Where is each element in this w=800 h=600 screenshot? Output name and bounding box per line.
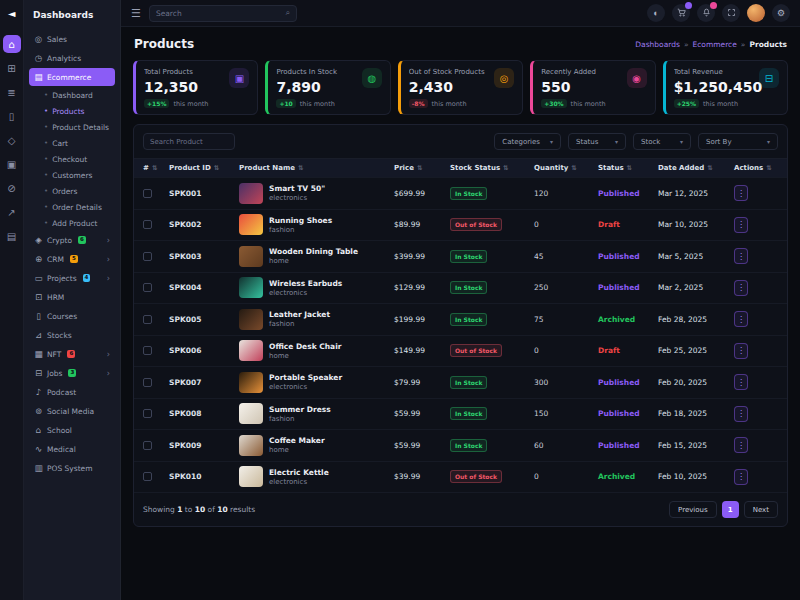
rail-widgets-icon[interactable]: ▣ [3, 155, 21, 173]
rail-home-icon[interactable]: ⌂ [3, 35, 21, 53]
product-category: fashion [269, 415, 331, 423]
sidebar-item-pos-system[interactable]: ▥POS System [29, 459, 115, 477]
sidebar-item-sales[interactable]: ◎Sales [29, 30, 115, 48]
sidebar-item-nft[interactable]: ▦NFT6› [29, 345, 115, 363]
count-badge: 3 [68, 369, 76, 377]
row-checkbox[interactable] [143, 189, 152, 198]
row-actions-button[interactable]: ⋮ [734, 280, 748, 296]
breadcrumb-dashboards[interactable]: Dashboards [635, 40, 680, 49]
quantity-cell: 250 [534, 283, 598, 292]
row-actions-button[interactable]: ⋮ [734, 374, 748, 390]
sidebar-item-order-details[interactable]: •Order Details [29, 199, 115, 215]
filter-select-label: Sort By [706, 138, 732, 146]
stat-cards: Total Products12,350+15%this month▣Produ… [133, 60, 788, 115]
row-actions-button[interactable]: ⋮ [734, 185, 748, 201]
delta-badge: +30% [541, 99, 566, 108]
sidebar-item-podcast[interactable]: ♪Podcast [29, 383, 115, 401]
rail-tables-icon[interactable]: ▤ [3, 227, 21, 245]
row-checkbox[interactable] [143, 378, 152, 387]
next-page-button[interactable]: Next [744, 501, 778, 518]
filter-select-stock[interactable]: Stock▾ [633, 133, 691, 150]
rail-pages-icon[interactable]: ▯ [3, 107, 21, 125]
quantity-cell: 0 [534, 220, 598, 229]
column-header-product-name[interactable]: Product Name⇅ [239, 164, 394, 172]
column-header-stock-status[interactable]: Stock Status⇅ [450, 164, 534, 172]
sidebar-item-crypto[interactable]: ◈Crypto6› [29, 231, 115, 249]
settings-button[interactable]: ⚙ [772, 4, 790, 22]
sidebar-item-stocks[interactable]: ⊿Stocks [29, 326, 115, 344]
stock-status-badge: In Stock [450, 407, 487, 420]
sidebar-item-products[interactable]: •Products [29, 103, 115, 119]
sidebar-item-cart[interactable]: •Cart [29, 135, 115, 151]
filter-select-status[interactable]: Status▾ [568, 133, 626, 150]
sidebar-item-medical[interactable]: ∿Medical [29, 440, 115, 458]
rail-charts-icon[interactable]: ↗ [3, 203, 21, 221]
breadcrumb-ecommerce[interactable]: Ecommerce [693, 40, 737, 49]
column-header-price[interactable]: Price⇅ [394, 164, 450, 172]
fullscreen-button[interactable] [722, 4, 740, 22]
row-checkbox[interactable] [143, 283, 152, 292]
breadcrumb-separator: » [741, 40, 746, 49]
sidebar-item-jobs[interactable]: ⊟Jobs3› [29, 364, 115, 382]
sidebar-item-school[interactable]: ⌂School [29, 421, 115, 439]
cart-button[interactable] [672, 4, 690, 22]
stock-status-cell: Out of Stock [450, 470, 534, 483]
row-checkbox[interactable] [143, 472, 152, 481]
row-actions-button[interactable]: ⋮ [734, 406, 748, 422]
page-number-1[interactable]: 1 [722, 501, 739, 518]
sidebar-item-social-media[interactable]: ⊚Social Media [29, 402, 115, 420]
row-actions-button[interactable]: ⋮ [734, 343, 748, 359]
column-header-product-id[interactable]: Product ID⇅ [169, 164, 239, 172]
hamburger-menu-icon[interactable]: ☰ [131, 7, 141, 20]
column-header-actions[interactable]: Actions⇅ [734, 164, 778, 172]
rail-layers-icon[interactable]: ≣ [3, 83, 21, 101]
sidebar-item-crm[interactable]: ⊕CRM5› [29, 250, 115, 268]
column-header-status[interactable]: Status⇅ [598, 164, 658, 172]
column-header--[interactable]: #⇅ [143, 164, 169, 172]
sidebar-item-customers[interactable]: •Customers [29, 167, 115, 183]
sidebar-item-projects[interactable]: ▭Projects4› [29, 269, 115, 287]
search-icon[interactable]: ⌕ [285, 8, 289, 18]
sidebar-item-product-details[interactable]: •Product Details [29, 119, 115, 135]
actions-cell: ⋮ [734, 343, 778, 359]
column-header-date-added[interactable]: Date Added⇅ [658, 164, 734, 172]
product-name-cell: Leather Jacketfashion [239, 309, 394, 330]
sidebar-item-courses[interactable]: ▯Courses [29, 307, 115, 325]
row-actions-button[interactable]: ⋮ [734, 217, 748, 233]
row-checkbox[interactable] [143, 220, 152, 229]
avatar[interactable] [747, 4, 765, 22]
sidebar-item-ecommerce[interactable]: ▤Ecommerce [29, 68, 115, 86]
row-checkbox[interactable] [143, 346, 152, 355]
sidebar-item-checkout[interactable]: •Checkout [29, 151, 115, 167]
stock-status-cell: In Stock [450, 187, 534, 200]
row-actions-button[interactable]: ⋮ [734, 248, 748, 264]
global-search-input[interactable] [156, 9, 282, 18]
theme-toggle-button[interactable]: ◐ [647, 4, 665, 22]
sidebar-item-analytics[interactable]: ◷Analytics [29, 49, 115, 67]
filter-select-categories[interactable]: Categories▾ [494, 133, 561, 150]
product-name-cell: Wooden Dining Tablehome [239, 246, 394, 267]
product-name: Summer Dress [269, 405, 331, 414]
sidebar-item-add-product[interactable]: •Add Product [29, 215, 115, 231]
rail-compass-icon[interactable]: ⊘ [3, 179, 21, 197]
product-search-input[interactable] [143, 133, 235, 150]
row-checkbox[interactable] [143, 315, 152, 324]
row-checkbox[interactable] [143, 409, 152, 418]
row-checkbox[interactable] [143, 441, 152, 450]
column-header-quantity[interactable]: Quantity⇅ [534, 164, 598, 172]
row-actions-button[interactable]: ⋮ [734, 311, 748, 327]
filter-select-sort-by[interactable]: Sort By▾ [698, 133, 778, 150]
row-actions-button[interactable]: ⋮ [734, 469, 748, 485]
previous-page-button[interactable]: Previous [669, 501, 717, 518]
app-logo[interactable]: ◄ [4, 5, 20, 21]
rail-apps-grid-icon[interactable]: ⊞ [3, 59, 21, 77]
notifications-button[interactable] [697, 4, 715, 22]
rail-components-icon[interactable]: ◇ [3, 131, 21, 149]
breadcrumb-separator: » [684, 40, 689, 49]
sidebar-item-dashboard[interactable]: •Dashboard [29, 87, 115, 103]
sidebar-item-hrm[interactable]: ⊡HRM [29, 288, 115, 306]
row-actions-button[interactable]: ⋮ [734, 437, 748, 453]
sidebar-item-label: Sales [47, 35, 67, 44]
row-checkbox[interactable] [143, 252, 152, 261]
sidebar-item-orders[interactable]: •Orders [29, 183, 115, 199]
